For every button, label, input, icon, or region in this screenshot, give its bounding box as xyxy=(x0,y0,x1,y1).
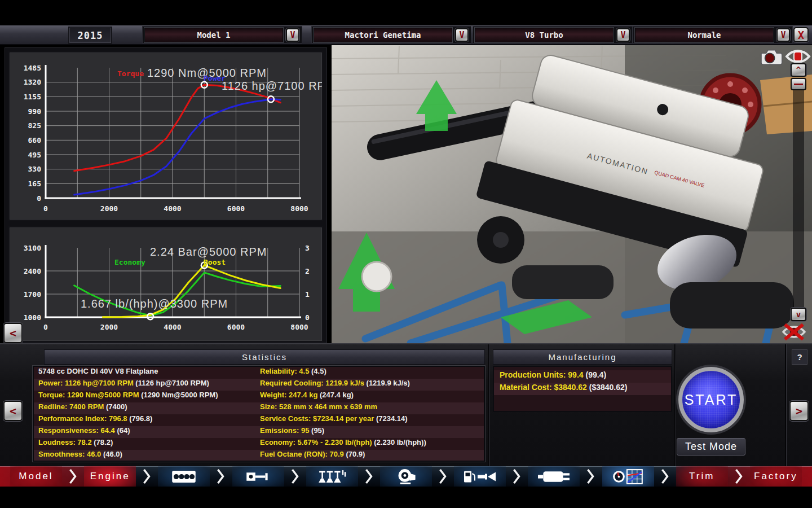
nav-chevron-icon xyxy=(586,468,595,484)
nav-tab-dyno-icon[interactable] xyxy=(602,466,654,487)
panel-prev-button[interactable]: < xyxy=(3,401,23,421)
panel-divider xyxy=(488,344,489,467)
svg-text:2000: 2000 xyxy=(100,204,118,213)
economy-boost-chart: 02000400060008000100017002400310001232.2… xyxy=(8,226,323,342)
bottom-nav: ModelEngineTrimFactory xyxy=(0,466,812,487)
manufacturing-table: Production Units: 99.4 (99.4)Material Co… xyxy=(493,366,672,412)
nav-tab-piston-icon[interactable] xyxy=(232,466,284,487)
svg-text:1126 hp@7100 RPM: 1126 hp@7100 RPM xyxy=(222,80,322,92)
svg-text:8000: 8000 xyxy=(290,323,308,331)
statistics-row: Power: 1126 hp@7100 RPM (1126 hp@7100 RP… xyxy=(34,379,484,391)
nav-chevron-icon xyxy=(661,468,669,484)
family-dropdown[interactable]: Mactori Genetima xyxy=(314,28,452,42)
nav-tab-valvetrain-icon[interactable] xyxy=(306,466,358,487)
engine-dropdown-group: V8 Turbo V xyxy=(473,26,633,43)
svg-text:1: 1 xyxy=(305,290,310,299)
variant-dropdown[interactable]: Normale xyxy=(635,28,774,42)
economy-boost-chart-svg: 02000400060008000100017002400310001232.2… xyxy=(10,227,322,341)
scroll-down-button[interactable]: v xyxy=(791,308,806,321)
svg-text:495: 495 xyxy=(28,151,41,159)
close-button[interactable]: X xyxy=(793,27,809,42)
charts-prev-button[interactable]: < xyxy=(3,323,23,343)
nav-tab-factory[interactable]: Factory xyxy=(750,466,802,487)
model-dropdown[interactable]: Model 1 xyxy=(144,28,283,42)
svg-text:6000: 6000 xyxy=(227,323,245,331)
nav-tab-trim[interactable]: Trim xyxy=(676,466,728,487)
panel-next-button[interactable]: > xyxy=(789,401,809,421)
nav-chevron-icon xyxy=(69,468,77,484)
svg-text:6000: 6000 xyxy=(227,204,245,213)
svg-text:990: 990 xyxy=(28,107,42,116)
svg-text:0: 0 xyxy=(43,323,48,331)
svg-text:2400: 2400 xyxy=(24,267,41,275)
viewport-scrollbar-handle[interactable] xyxy=(791,78,806,90)
hide-model-icon[interactable] xyxy=(780,322,807,342)
nav-tab-engine-block-icon[interactable] xyxy=(158,466,210,487)
statistics-row: Performance Index: 796.8 (796.8)Service … xyxy=(34,414,484,426)
family-dropdown-group: Mactori Genetima V xyxy=(311,26,471,43)
screenshot-camera-icon[interactable] xyxy=(759,47,783,65)
statistics-row: Torque: 1290 Nm@5000 RPM (1290 Nm@5000 R… xyxy=(34,391,484,402)
variant-dropdown-arrow-button[interactable]: V xyxy=(776,28,790,42)
svg-text:1000: 1000 xyxy=(24,313,41,322)
statistics-table: 5748 cc DOHC DI 40V V8 FlatplaneReliabil… xyxy=(33,366,485,462)
panel-divider xyxy=(674,344,676,467)
model-dropdown-arrow-button[interactable]: V xyxy=(286,28,299,42)
svg-text:1485: 1485 xyxy=(24,64,41,72)
panel-divider xyxy=(785,344,786,467)
svg-text:3100: 3100 xyxy=(24,244,41,252)
top-bar: 2015 Model 1 V Mactori Genetima V V8 Tur… xyxy=(0,25,812,45)
svg-text:660: 660 xyxy=(28,136,42,144)
bottom-panel: Statistics Manufacturing ? 5748 cc DOHC … xyxy=(0,343,812,466)
svg-text:4000: 4000 xyxy=(164,204,181,213)
year-display: 2015 xyxy=(69,28,111,43)
manufacturing-header: Manufacturing xyxy=(493,349,672,365)
nav-chevron-icon xyxy=(365,468,373,484)
nav-tab-engine[interactable]: Engine xyxy=(84,466,136,487)
statistics-row: Redline: 7400 RPM (7400)Size: 528 mm x 4… xyxy=(34,402,484,414)
nav-chevron-icon xyxy=(735,468,743,484)
nav-chevron-icon xyxy=(291,468,299,484)
engine-dropdown[interactable]: V8 Turbo xyxy=(475,28,614,42)
svg-text:1.667 lb/(hph)@3300 RPM: 1.667 lb/(hph)@3300 RPM xyxy=(81,297,228,310)
family-dropdown-arrow-button[interactable]: V xyxy=(455,28,469,42)
viewport-scrollbar-track[interactable] xyxy=(793,90,804,307)
svg-text:3: 3 xyxy=(305,244,310,252)
engine-designer-screen: 2015 Model 1 V Mactori Genetima V V8 Tur… xyxy=(0,0,812,508)
svg-text:330: 330 xyxy=(28,165,42,173)
power-torque-chart-svg: 0200040006000800001653304956608259901155… xyxy=(10,52,322,220)
nav-tab-model[interactable]: Model xyxy=(10,466,62,487)
chart-panel: 0200040006000800001653304956608259901155… xyxy=(5,47,327,343)
power-torque-chart: 0200040006000800001653304956608259901155… xyxy=(8,51,323,221)
svg-text:Boost: Boost xyxy=(204,258,226,266)
nav-chevron-icon xyxy=(217,468,225,484)
model-dropdown-group: Model 1 V xyxy=(142,26,302,43)
svg-text:8000: 8000 xyxy=(290,204,308,213)
engine-dropdown-arrow-button[interactable]: V xyxy=(616,28,630,42)
statistics-row: Responsiveness: 64.4 (64)Emissions: 95 (… xyxy=(34,426,484,438)
test-mode-button[interactable]: Test Mode xyxy=(677,438,745,456)
statistics-row: 5748 cc DOHC DI 40V V8 FlatplaneReliabil… xyxy=(34,367,484,379)
engine-render-image: AUTOMATION QUAD CAM 40 VALVE xyxy=(332,45,812,343)
svg-text:4000: 4000 xyxy=(164,323,181,331)
manufacturing-row: Material Cost: $3840.62 ($3840.62) xyxy=(494,383,671,395)
statistics-row: Smoothness: 46.0 (46.0)Fuel Octane (RON)… xyxy=(34,450,484,462)
svg-text:0: 0 xyxy=(37,194,41,203)
engine-3d-view[interactable]: AUTOMATION QUAD CAM 40 VALVE ^ v xyxy=(332,45,812,343)
start-engine-button[interactable]: START xyxy=(678,367,744,432)
svg-text:2000: 2000 xyxy=(100,323,118,331)
svg-text:0: 0 xyxy=(43,204,48,213)
nav-tab-exhaust-icon[interactable] xyxy=(528,466,580,487)
nav-tab-fuel-system-icon[interactable] xyxy=(454,466,506,487)
statistics-row: Loudness: 78.2 (78.2)Economy: 5.67% - 2.… xyxy=(34,438,484,450)
svg-text:0: 0 xyxy=(305,313,310,322)
variant-dropdown-group: Normale V xyxy=(633,26,793,43)
nav-chevron-icon xyxy=(143,468,151,484)
scroll-up-button[interactable]: ^ xyxy=(791,63,806,77)
manufacturing-row: Production Units: 99.4 (99.4) xyxy=(494,370,671,383)
statistics-header: Statistics xyxy=(44,349,485,365)
svg-text:1700: 1700 xyxy=(24,290,41,299)
help-button[interactable]: ? xyxy=(792,349,807,365)
nav-chevron-icon xyxy=(439,468,447,484)
nav-tab-turbo-icon[interactable] xyxy=(380,466,432,487)
